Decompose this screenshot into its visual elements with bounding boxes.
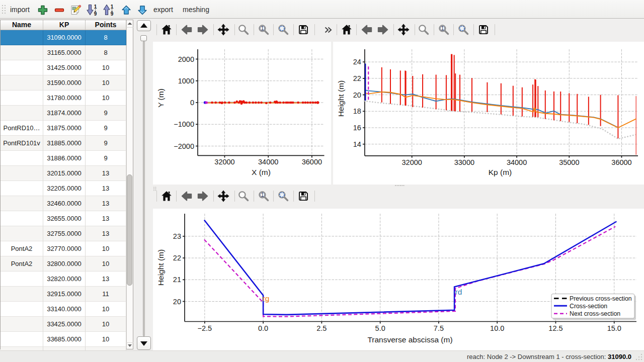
- svg-text:32000: 32000: [214, 158, 234, 166]
- svg-text:1000: 1000: [178, 77, 194, 85]
- svg-text:0: 0: [190, 99, 194, 107]
- svg-text:18: 18: [353, 107, 361, 115]
- svg-text:Transverse abscissa (m): Transverse abscissa (m): [367, 335, 452, 344]
- svg-text:rd: rd: [455, 288, 462, 296]
- svg-text:7.5: 7.5: [434, 324, 444, 332]
- svg-text:2000: 2000: [178, 55, 194, 63]
- svg-text:23: 23: [173, 232, 181, 240]
- svg-text:35000: 35000: [559, 158, 579, 166]
- svg-text:0.0: 0.0: [258, 324, 268, 332]
- svg-text:Height (m): Height (m): [337, 80, 345, 117]
- svg-text:1: 1: [94, 4, 97, 10]
- svg-text:21: 21: [173, 276, 181, 284]
- svg-text:Height (m): Height (m): [156, 249, 165, 286]
- svg-text:34000: 34000: [258, 158, 278, 166]
- svg-text:20: 20: [173, 298, 181, 306]
- svg-text:9: 9: [94, 11, 97, 16]
- svg-text:Next cross-section: Next cross-section: [570, 310, 620, 317]
- svg-text:Previous cross-section: Previous cross-section: [570, 295, 632, 302]
- svg-text:15.0: 15.0: [607, 324, 621, 332]
- svg-text:−2000: −2000: [174, 142, 194, 150]
- svg-text:−1000: −1000: [174, 120, 194, 128]
- svg-text:rg: rg: [263, 294, 270, 303]
- svg-text:Kp (m): Kp (m): [489, 168, 512, 176]
- svg-text:Y (m): Y (m): [156, 88, 165, 108]
- svg-text:X (m): X (m): [252, 168, 271, 176]
- svg-text:22: 22: [353, 74, 361, 82]
- svg-text:36000: 36000: [302, 158, 322, 166]
- svg-text:36000: 36000: [611, 158, 631, 166]
- svg-text:9: 9: [111, 11, 114, 16]
- svg-text:1: 1: [111, 4, 114, 10]
- svg-text:5.0: 5.0: [375, 324, 385, 332]
- svg-text:16: 16: [353, 124, 361, 132]
- svg-text:Cross-section: Cross-section: [570, 303, 607, 310]
- svg-text:−2.5: −2.5: [198, 324, 212, 332]
- svg-text:12.5: 12.5: [548, 324, 562, 332]
- svg-text:2.5: 2.5: [316, 324, 327, 332]
- svg-text:32000: 32000: [402, 158, 422, 166]
- svg-text:20: 20: [353, 91, 361, 99]
- svg-text:10.0: 10.0: [490, 324, 504, 332]
- svg-text:22: 22: [173, 254, 181, 262]
- svg-text:34000: 34000: [507, 158, 527, 166]
- svg-text:24: 24: [353, 58, 361, 66]
- svg-text:14: 14: [353, 140, 361, 148]
- svg-text:33000: 33000: [454, 158, 474, 166]
